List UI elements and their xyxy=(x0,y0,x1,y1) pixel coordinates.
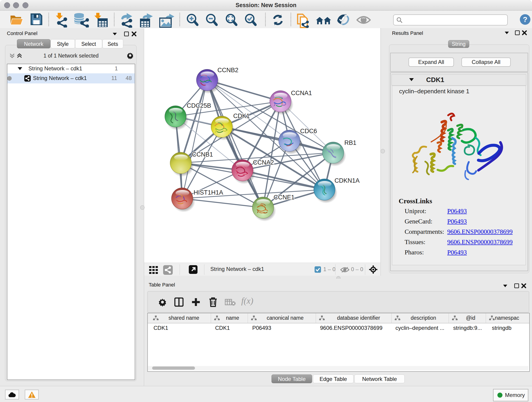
svg-text:HIST1H1A: HIST1H1A xyxy=(194,189,223,196)
svg-text:RB1: RB1 xyxy=(344,139,356,146)
svg-text:CCNA1: CCNA1 xyxy=(291,89,312,96)
svg-text:CDC6: CDC6 xyxy=(300,128,317,134)
svg-text:CCNE1: CCNE1 xyxy=(273,194,295,201)
svg-text:CCNB1: CCNB1 xyxy=(192,151,213,158)
svg-text:CDKN1A: CDKN1A xyxy=(335,177,360,184)
svg-text:?: ? xyxy=(523,15,527,24)
svg-text:CCNA2: CCNA2 xyxy=(253,159,274,166)
svg-text:CCNB2: CCNB2 xyxy=(217,67,239,74)
svg-text:CDC25B: CDC25B xyxy=(187,102,211,109)
svg-text:CDK1: CDK1 xyxy=(233,113,250,119)
